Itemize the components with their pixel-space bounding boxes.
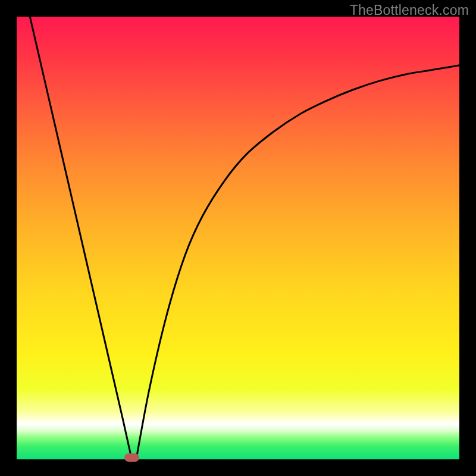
- chart-plot-area: [17, 17, 459, 459]
- chart-frame: TheBottleneck.com: [0, 0, 476, 476]
- bottleneck-curve: [17, 17, 459, 459]
- optimal-point-marker: [124, 453, 139, 462]
- watermark-text: TheBottleneck.com: [350, 2, 469, 18]
